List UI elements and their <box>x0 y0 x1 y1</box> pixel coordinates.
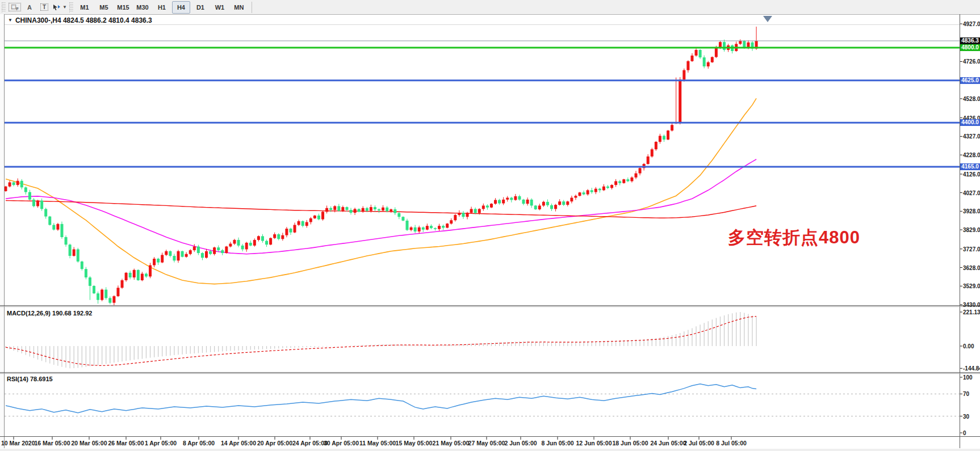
date-tick-label: 27 May 05:00 <box>468 440 505 446</box>
price-tick-label: 3727.0 <box>963 246 980 252</box>
rsi-tick-label: 0 <box>963 430 966 436</box>
panel-separator-shadow <box>0 373 980 374</box>
date-tick-label: 12 Jun 05:00 <box>576 440 612 446</box>
rsi-tick-label: 30 <box>963 413 969 419</box>
date-tick-label: 15 May 05:00 <box>396 440 433 446</box>
price-tick-label: 3529.0 <box>963 283 980 289</box>
panel-left-gutter <box>0 14 5 448</box>
date-tick-label: 20 Mar 05:00 <box>71 440 107 446</box>
symbol-ohlc-text: CHINA300-,H4 4824.5 4886.2 4810.4 4836.3 <box>15 16 152 24</box>
cursor-arrow-icon <box>763 16 772 22</box>
date-tick-label: 16 Mar 05:00 <box>34 440 70 446</box>
date-tick-label: 2 Jun 05:00 <box>504 440 537 446</box>
price-tick-label: 3928.0 <box>963 208 980 214</box>
date-tick-label: 11 May 05:00 <box>359 440 396 446</box>
macd-tick-label: 221.13 <box>963 309 980 315</box>
panel-separator-shadow <box>0 306 980 307</box>
rsi-tick-label: 70 <box>963 391 969 397</box>
green-level-badge: 4800.0 <box>960 44 980 51</box>
current-price-badge: 4836.3 <box>960 37 980 44</box>
date-tick-label: 14 Apr 05:00 <box>221 440 256 446</box>
panel-separator[interactable] <box>0 305 980 306</box>
rsi-tick-label: 100 <box>963 374 973 381</box>
date-tick-label: 2 Jul 05:00 <box>684 440 714 446</box>
date-tick-label: 24 Apr 05:00 <box>292 440 328 446</box>
date-tick-label: 30 Apr 05:00 <box>324 440 359 446</box>
price-tick-label: 4327.0 <box>963 133 980 140</box>
blue-level-badge: 4400.0 <box>960 119 980 126</box>
price-tick-label: 3430.0 <box>963 302 980 308</box>
price-tick-label: 4228.0 <box>963 152 980 158</box>
macd-label[interactable]: MACD(12,26,9) 190.68 192.92 <box>7 310 92 317</box>
date-tick-label: 10 Mar 2020 <box>1 440 35 446</box>
date-tick-label: 20 Apr 05:00 <box>257 440 292 446</box>
blue-level-badge: 4625.0 <box>960 77 980 84</box>
price-tick-label: 4726.0 <box>963 58 980 65</box>
price-tick-label: 4528.0 <box>963 95 980 102</box>
blue-level-badge: 4165.0 <box>960 163 980 170</box>
date-tick-label: 21 May 05:00 <box>433 440 470 446</box>
annotation-text[interactable]: 多空转折点4800 <box>728 226 860 250</box>
date-tick-label: 8 Jun 05:00 <box>541 440 573 446</box>
rsi-label[interactable]: RSI(14) 78.6915 <box>7 376 53 382</box>
price-tick-label: 4927.0 <box>963 21 980 27</box>
price-tick-label: 4027.0 <box>963 189 980 196</box>
price-tick-label: 3829.0 <box>963 227 980 233</box>
mt4-terminal: ⬚F A T ▼ M1M5M15M30H1H4D1W1MN ▼CHINA300-… <box>0 0 980 451</box>
date-tick-label: 1 Apr 05:00 <box>145 440 177 446</box>
price-tick-label: 3628.0 <box>963 264 980 271</box>
date-tick-label: 24 Jun 05:00 <box>650 440 686 446</box>
date-tick-label: 18 Jun 05:00 <box>612 440 648 446</box>
date-tick-label: 26 Mar 05:00 <box>108 440 144 446</box>
date-tick-label: 8 Apr 05:00 <box>183 440 215 446</box>
symbol-ohlc-line[interactable]: ▼CHINA300-,H4 4824.5 4886.2 4810.4 4836.… <box>8 16 152 24</box>
window-bottom-edge <box>0 449 980 451</box>
chevron-down-icon: ▼ <box>8 18 12 23</box>
macd-tick-label: 0.00 <box>963 343 974 349</box>
panel-separator[interactable] <box>0 372 980 373</box>
macd-tick-label: -144.84 <box>963 365 980 372</box>
price-tick-label: 4126.0 <box>963 171 980 177</box>
date-tick-label: 8 Jul 05:00 <box>716 440 747 446</box>
date-axis-border <box>0 436 980 437</box>
